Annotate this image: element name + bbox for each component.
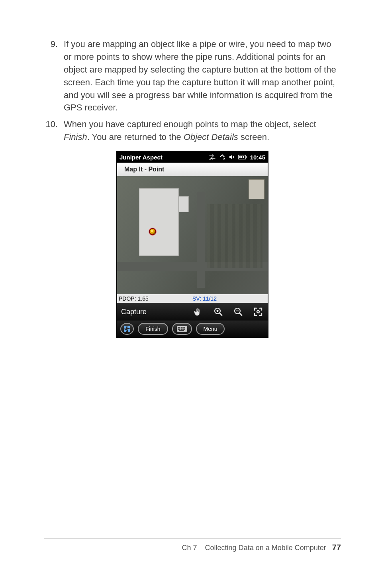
chapter-label: Ch 7	[182, 544, 197, 552]
keyboard-button[interactable]	[172, 323, 192, 335]
screen-title: Map It - Point	[117, 163, 268, 176]
step-text-italic: Finish	[64, 132, 87, 142]
svg-rect-21	[182, 328, 184, 330]
svg-rect-23	[179, 330, 184, 331]
status-icons: 10:45	[209, 154, 265, 161]
svg-rect-1	[210, 158, 211, 160]
step-number: 9.	[44, 38, 64, 114]
svg-rect-22	[184, 328, 185, 330]
zoom-out-icon[interactable]	[233, 306, 244, 317]
page-content: 9. If you are mapping an object like a p…	[44, 38, 341, 338]
step-text-segment: screen.	[238, 132, 269, 142]
chapter-title: Collecting Data on a Mobile Computer	[205, 544, 326, 552]
sv-label: SV: 11/12	[192, 295, 268, 302]
svg-rect-19	[179, 328, 180, 330]
page-footer: Ch 7 Collecting Data on a Mobile Compute…	[44, 539, 341, 552]
toolbar: Capture	[117, 303, 268, 321]
step-9: 9. If you are mapping an object like a p…	[44, 38, 341, 114]
extent-icon[interactable]	[253, 306, 264, 317]
svg-rect-18	[178, 328, 179, 330]
svg-rect-6	[246, 156, 247, 158]
start-button[interactable]	[120, 323, 134, 335]
svg-rect-4	[241, 156, 242, 158]
svg-rect-17	[184, 327, 185, 328]
svg-rect-15	[181, 327, 182, 328]
step-10: 10. When you have captured enough points…	[44, 118, 341, 144]
speaker-icon	[229, 154, 235, 160]
svg-rect-0	[210, 159, 210, 160]
step-text-segment: . You are returned to the	[87, 132, 184, 142]
svg-rect-3	[239, 156, 241, 158]
finish-button[interactable]: Finish	[138, 323, 168, 335]
connectivity-arrows-icon	[209, 154, 216, 160]
svg-rect-13	[178, 327, 179, 328]
signal-no-icon	[219, 154, 225, 160]
step-number: 10.	[44, 118, 64, 144]
page-number: 77	[332, 543, 341, 552]
softkey-bar: Finish Menu	[117, 321, 268, 337]
zoom-in-icon[interactable]	[213, 306, 224, 317]
battery-icon	[238, 155, 247, 159]
svg-line-8	[219, 313, 222, 315]
step-text: When you have captured enough points to …	[64, 118, 341, 144]
svg-rect-16	[182, 327, 184, 328]
pdop-label: PDOP: 1.65	[117, 295, 192, 302]
pan-hand-icon[interactable]	[193, 306, 204, 317]
svg-rect-14	[179, 327, 180, 328]
map-view[interactable]	[117, 176, 268, 294]
svg-rect-20	[181, 328, 182, 330]
step-text: If you are mapping an object like a pipe…	[64, 38, 341, 114]
menu-button[interactable]: Menu	[196, 323, 225, 335]
step-text-segment: When you have captured enough points to …	[64, 119, 316, 129]
map-pin-icon	[149, 228, 156, 235]
clock: 10:45	[250, 154, 265, 161]
gps-info-bar: PDOP: 1.65 SV: 11/12	[117, 294, 268, 303]
step-text-italic: Object Details	[184, 132, 238, 142]
app-title: Juniper Aspect	[119, 154, 209, 161]
svg-point-11	[257, 311, 259, 313]
status-bar: Juniper Aspect 10:45	[117, 151, 268, 163]
svg-line-10	[239, 313, 242, 315]
svg-rect-5	[243, 156, 244, 158]
capture-button[interactable]: Capture	[121, 308, 147, 316]
device-screenshot: Juniper Aspect 10:45 Map It - Point	[116, 151, 268, 338]
